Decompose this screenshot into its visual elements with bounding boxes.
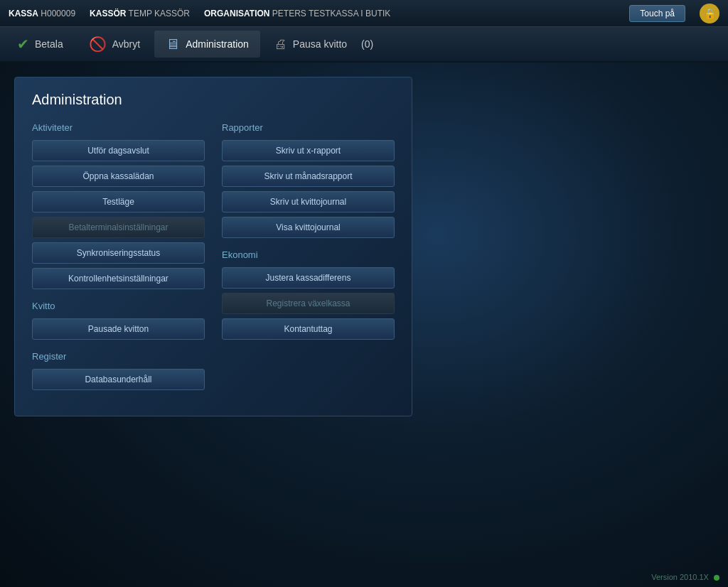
registrera-vaxelkassa-button[interactable]: Registrera växelkassa [222, 293, 395, 314]
admin-icon: 🖥 [166, 36, 180, 53]
aktiviteter-title: Aktiviteter [32, 122, 205, 133]
administration-label: Administration [186, 38, 249, 50]
kassor-label: KASSÖR TEMP KASSÖR [90, 9, 190, 18]
main-content: Administration ✕ Aktiviteter Utför dagsa… [0, 63, 728, 587]
betala-label: Betala [35, 38, 63, 50]
kvitto-section: Kvitto Pausade kvitton [32, 301, 205, 340]
pausa-label: Pausa kvitto [293, 38, 347, 50]
admin-panel: Administration ✕ Aktiviteter Utför dagsa… [14, 77, 412, 416]
testlage-button[interactable]: Testläge [32, 191, 205, 212]
kassa-info: KASSA H000009 KASSÖR TEMP KASSÖR ORGANIS… [9, 9, 615, 18]
register-section: Register Databasunderhåll [32, 351, 205, 390]
rapporter-title: Rapporter [222, 122, 395, 133]
oppna-kassaladan-button[interactable]: Öppna kassalädan [32, 166, 205, 187]
avbryt-label: Avbryt [112, 38, 140, 50]
synkronisering-button[interactable]: Synkroniseringsstatus [32, 242, 205, 264]
databasunderhall-button[interactable]: Databasunderhåll [32, 369, 205, 390]
utfor-dagsavslut-button[interactable]: Utför dagsavslut [32, 140, 205, 161]
columns-wrapper: Aktiviteter Utför dagsavslut Öppna kassa… [32, 122, 395, 402]
pausa-count: (0) [361, 38, 373, 50]
rapporter-section: Rapporter Skriv ut x-rapport Skriv ut må… [222, 122, 395, 238]
lock-icon: 🔒 [700, 4, 719, 23]
kontantuttag-button[interactable]: Kontantuttag [222, 318, 395, 340]
nav-pausa[interactable]: 🖨 Pausa kvitto (0) [263, 31, 385, 58]
visa-kvittojournal-button[interactable]: Visa kvittojournal [222, 217, 395, 238]
nav-bar: ✔ Betala 🚫 Avbryt 🖥 Administration 🖨 Pau… [0, 27, 728, 63]
status-dot [714, 575, 719, 581]
nav-administration[interactable]: 🖥 Administration [154, 31, 260, 58]
col-left: Aktiviteter Utför dagsavslut Öppna kassa… [32, 122, 205, 402]
admin-title: Administration [32, 92, 395, 108]
aktiviteter-section: Aktiviteter Utför dagsavslut Öppna kassa… [32, 122, 205, 289]
kvitto-title: Kvitto [32, 301, 205, 311]
skriv-x-rapport-button[interactable]: Skriv ut x-rapport [222, 140, 395, 161]
ekonomi-title: Ekonomi [222, 249, 395, 260]
kontrollenhet-button[interactable]: Kontrollenhetsinställningar [32, 268, 205, 289]
check-icon: ✔ [17, 36, 29, 53]
kassa-label: KASSA H000009 [9, 9, 75, 18]
nav-avbryt[interactable]: 🚫 Avbryt [77, 31, 151, 58]
skriv-manadsrapport-button[interactable]: Skriv ut månadsrapport [222, 166, 395, 187]
pausa-icon: 🖨 [274, 37, 287, 52]
col-right: Rapporter Skriv ut x-rapport Skriv ut må… [222, 122, 395, 402]
cancel-icon: 🚫 [89, 36, 107, 53]
betalterminal-button[interactable]: Betalterminalsinställningar [32, 217, 205, 238]
pausade-kvitton-button[interactable]: Pausade kvitton [32, 318, 205, 340]
nav-betala[interactable]: ✔ Betala [6, 31, 75, 58]
skriv-kvittojournal-button[interactable]: Skriv ut kvittojournal [222, 191, 395, 212]
touch-button[interactable]: Touch på [629, 5, 685, 22]
org-label: ORGANISATION PETERS TESTKASSA I BUTIK [204, 9, 390, 18]
register-title: Register [32, 351, 205, 362]
top-bar: KASSA H000009 KASSÖR TEMP KASSÖR ORGANIS… [0, 0, 728, 27]
ekonomi-section: Ekonomi Justera kassadifferens Registrer… [222, 249, 395, 340]
justera-kassadifferens-button[interactable]: Justera kassadifferens [222, 267, 395, 289]
version-text: Version 2010.1X [651, 573, 719, 581]
